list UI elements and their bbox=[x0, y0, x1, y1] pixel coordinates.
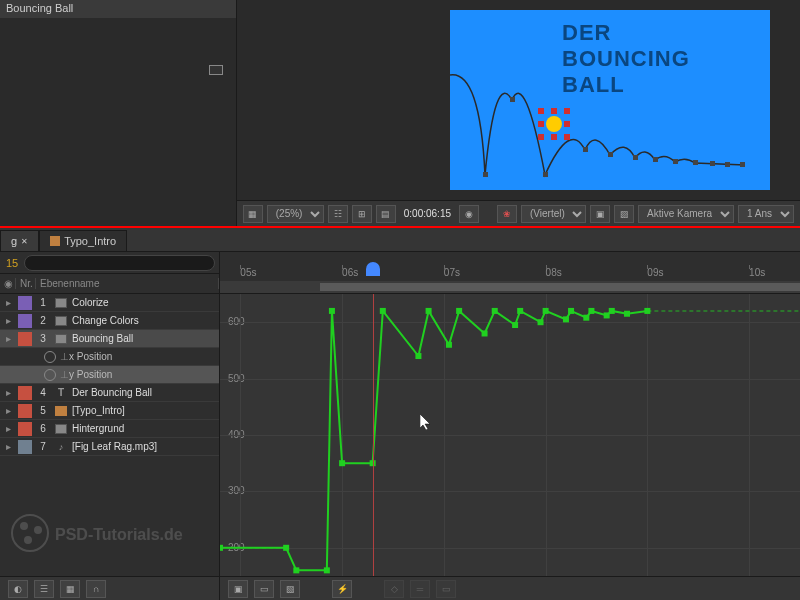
channel-icon[interactable]: ❀ bbox=[497, 205, 517, 223]
label-color[interactable] bbox=[18, 296, 32, 310]
label-color[interactable] bbox=[18, 314, 32, 328]
transparency-icon[interactable]: ▨ bbox=[614, 205, 634, 223]
fit-icon[interactable]: ▭ bbox=[254, 580, 274, 598]
transform-handle[interactable] bbox=[538, 134, 544, 140]
label-color[interactable] bbox=[18, 332, 32, 346]
transform-handle[interactable] bbox=[551, 108, 557, 114]
work-area-bar[interactable] bbox=[220, 281, 800, 293]
keyframe-marker[interactable] bbox=[456, 308, 462, 314]
label-color[interactable] bbox=[18, 422, 32, 436]
transform-handle[interactable] bbox=[564, 134, 570, 140]
transform-handle[interactable] bbox=[551, 134, 557, 140]
keyframe-marker[interactable] bbox=[324, 567, 330, 573]
keyframe-marker[interactable] bbox=[380, 308, 386, 314]
layer-name[interactable]: [Fig Leaf Rag.mp3] bbox=[70, 441, 219, 452]
show-icon[interactable]: ▧ bbox=[280, 580, 300, 598]
keyframe-marker[interactable] bbox=[563, 316, 569, 322]
twirl-icon[interactable]: ▸ bbox=[0, 387, 16, 398]
layer-row[interactable]: ▸7♪[Fig Leaf Rag.mp3] bbox=[0, 438, 219, 456]
name-header[interactable]: Ebenenname bbox=[36, 278, 219, 289]
keyframe-marker[interactable] bbox=[609, 308, 615, 314]
frame-blend-icon[interactable]: ▦ bbox=[60, 580, 80, 598]
search-input[interactable] bbox=[24, 255, 215, 271]
layer-row[interactable]: ▸2Change Colors bbox=[0, 312, 219, 330]
keyframe-marker[interactable] bbox=[415, 353, 421, 359]
playhead-icon[interactable] bbox=[366, 262, 380, 276]
motion-blur-icon[interactable]: ∩ bbox=[86, 580, 106, 598]
keyframe-marker[interactable] bbox=[517, 308, 523, 314]
property-row[interactable]: ⊥ y Position bbox=[0, 366, 219, 384]
label-color[interactable] bbox=[18, 440, 32, 454]
timecode-display[interactable]: 0:00:06:15 bbox=[400, 208, 455, 219]
keyframe-marker[interactable] bbox=[492, 308, 498, 314]
easy-ease-icon[interactable]: ◇ bbox=[384, 580, 404, 598]
eye-header-icon[interactable]: ◉ bbox=[0, 278, 16, 289]
preview-viewport[interactable]: DER BOUNCING BALL bbox=[237, 0, 800, 200]
keyframe-marker[interactable] bbox=[283, 545, 289, 551]
twirl-icon[interactable]: ▸ bbox=[0, 297, 16, 308]
tab-partial[interactable]: g ✕ bbox=[0, 230, 39, 251]
keyframe-marker[interactable] bbox=[220, 545, 223, 551]
keyframe-marker[interactable] bbox=[644, 308, 650, 314]
stopwatch-icon[interactable] bbox=[44, 351, 56, 363]
layer-name[interactable]: Der Bouncing Ball bbox=[70, 387, 219, 398]
keyframe-marker[interactable] bbox=[588, 308, 594, 314]
playhead-line[interactable] bbox=[373, 294, 374, 576]
layer-row[interactable]: ▸1Colorize bbox=[0, 294, 219, 312]
layer-row[interactable]: ▸6Hintergrund bbox=[0, 420, 219, 438]
keyframe-marker[interactable] bbox=[482, 330, 488, 336]
label-color[interactable] bbox=[18, 386, 32, 400]
time-ruler[interactable]: 05s06s07s08s09s10s bbox=[220, 252, 800, 294]
twirl-icon[interactable]: ▸ bbox=[0, 441, 16, 452]
property-row[interactable]: ⊥ x Position bbox=[0, 348, 219, 366]
keyframe-marker[interactable] bbox=[583, 315, 589, 321]
ball-layer-selection[interactable] bbox=[540, 110, 568, 138]
current-time-display[interactable]: 15 bbox=[4, 257, 20, 269]
transform-handle[interactable] bbox=[564, 108, 570, 114]
keyframe-marker[interactable] bbox=[568, 308, 574, 314]
keyframe-marker[interactable] bbox=[329, 308, 335, 314]
layer-name[interactable]: Colorize bbox=[70, 297, 219, 308]
layer-name[interactable]: Change Colors bbox=[70, 315, 219, 326]
tab-typo-intro[interactable]: Typo_Intro bbox=[39, 230, 127, 251]
keyframe-marker[interactable] bbox=[426, 308, 432, 314]
layer-row[interactable]: ▸4TDer Bouncing Ball bbox=[0, 384, 219, 402]
layer-name[interactable]: Bouncing Ball bbox=[70, 333, 219, 344]
keyframe-marker[interactable] bbox=[512, 322, 518, 328]
shy-icon[interactable]: ☰ bbox=[34, 580, 54, 598]
layer-name[interactable]: [Typo_Intro] bbox=[70, 405, 219, 416]
snapshot-icon[interactable]: ◉ bbox=[459, 205, 479, 223]
keyframe-marker[interactable] bbox=[339, 460, 345, 466]
twirl-icon[interactable]: ▸ bbox=[0, 315, 16, 326]
keyframe-marker[interactable] bbox=[538, 319, 544, 325]
grid-icon[interactable]: ⊞ bbox=[352, 205, 372, 223]
graph-editor[interactable]: 600500400300200 bbox=[220, 294, 800, 576]
auto-bezier-icon[interactable]: ▭ bbox=[436, 580, 456, 598]
twirl-icon[interactable]: ▸ bbox=[0, 333, 16, 344]
resolution-select[interactable]: (Viertel) bbox=[521, 205, 586, 223]
value-curve[interactable] bbox=[220, 294, 800, 576]
camera-select[interactable]: Aktive Kamera bbox=[638, 205, 734, 223]
keyframe-marker[interactable] bbox=[624, 311, 630, 317]
magnify-icon[interactable]: ▦ bbox=[243, 205, 263, 223]
layer-row[interactable]: ▸5[Typo_Intro] bbox=[0, 402, 219, 420]
label-color[interactable] bbox=[18, 404, 32, 418]
twirl-icon[interactable]: ▸ bbox=[0, 423, 16, 434]
anchor-point-icon[interactable] bbox=[209, 65, 223, 75]
stopwatch-icon[interactable] bbox=[44, 369, 56, 381]
twirl-icon[interactable]: ▸ bbox=[0, 405, 16, 416]
keyframe-marker[interactable] bbox=[446, 342, 452, 348]
view-select[interactable]: 1 Ans bbox=[738, 205, 794, 223]
toggle-switches-icon[interactable]: ◐ bbox=[8, 580, 28, 598]
layer-name[interactable]: Hintergrund bbox=[70, 423, 219, 434]
transform-handle[interactable] bbox=[538, 108, 544, 114]
linear-icon[interactable]: ═ bbox=[410, 580, 430, 598]
resolution-icon[interactable]: ☷ bbox=[328, 205, 348, 223]
transform-handle[interactable] bbox=[564, 121, 570, 127]
layer-row[interactable]: ▸3Bouncing Ball bbox=[0, 330, 219, 348]
transform-handle[interactable] bbox=[538, 121, 544, 127]
composition-canvas[interactable]: DER BOUNCING BALL bbox=[450, 10, 770, 190]
keyframe-marker[interactable] bbox=[543, 308, 549, 314]
guides-icon[interactable]: ▤ bbox=[376, 205, 396, 223]
zoom-select[interactable]: (25%) bbox=[267, 205, 324, 223]
